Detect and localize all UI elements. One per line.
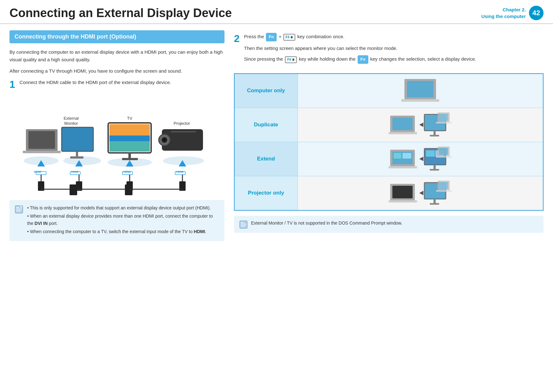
chapter-sub: Using the computer — [481, 13, 526, 20]
mode-row-computer-only: Computer only — [234, 74, 543, 108]
extend-illustration — [301, 144, 540, 174]
mode-image-projector-only — [298, 176, 543, 210]
mode-row-duplicate: Duplicate — [234, 108, 543, 142]
svg-rect-48 — [125, 184, 132, 195]
chapter-label: Chapter 2. — [481, 6, 526, 13]
svg-rect-81 — [439, 148, 448, 155]
svg-rect-57 — [407, 81, 433, 97]
note-icon-right — [239, 220, 248, 229]
duplicate-illustration — [301, 110, 540, 140]
svg-rect-16 — [70, 156, 83, 159]
svg-rect-79 — [430, 169, 439, 171]
note-box-right: External Monitor / TV is not supported i… — [234, 216, 544, 233]
svg-rect-73 — [389, 166, 417, 168]
note-item-2: When an external display device provides… — [27, 213, 219, 227]
svg-text:TV: TV — [127, 116, 132, 121]
svg-rect-61 — [389, 132, 417, 134]
step2: 2 Press the Fn + F4 🖥 key combination on… — [234, 33, 544, 67]
diagram-area: HDMI External Monitor HDMI — [9, 94, 224, 196]
note-item-3: When connecting the computer to a TV, sw… — [27, 228, 219, 235]
section-heading: Connecting through the HDMI port (Option… — [9, 30, 224, 43]
intro-p1: By connecting the computer to an externa… — [9, 48, 224, 63]
svg-rect-65 — [430, 135, 439, 136]
svg-text:HDMI: HDMI — [176, 170, 183, 173]
svg-text:External: External — [64, 116, 79, 121]
fn-key-badge: Fn — [266, 33, 277, 41]
step2-p3-end: key changes the selection, select a disp… — [370, 56, 476, 62]
svg-marker-74 — [419, 157, 423, 161]
svg-rect-28 — [122, 158, 138, 160]
right-column: 2 Press the Fn + F4 🖥 key combination on… — [234, 30, 544, 241]
page-number: 42 — [529, 6, 544, 20]
duplicate-svg — [389, 110, 452, 140]
svg-marker-86 — [419, 191, 423, 195]
svg-rect-68 — [436, 122, 452, 124]
page-header: Connecting an External Display Device Ch… — [0, 0, 553, 24]
svg-rect-76 — [426, 150, 435, 157]
svg-rect-78 — [433, 165, 436, 169]
step2-plus: + — [279, 34, 281, 39]
svg-text:HDMI: HDMI — [34, 170, 41, 173]
svg-text:HDMI: HDMI — [71, 170, 78, 173]
svg-marker-62 — [419, 123, 423, 127]
svg-rect-60 — [392, 118, 413, 130]
chapter-info: Chapter 2. Using the computer — [481, 6, 526, 20]
step2-text-block: Press the Fn + F4 🖥 key combination once… — [244, 33, 476, 67]
mode-label-projector-only: Projector only — [234, 176, 298, 210]
step2-p2: Then the setting screen appears where yo… — [244, 45, 476, 52]
svg-rect-27 — [128, 153, 131, 159]
computer-only-illustration — [301, 76, 540, 106]
notes-content-left: This is only supported for models that s… — [27, 204, 219, 237]
svg-rect-93 — [240, 221, 247, 228]
svg-rect-5 — [28, 131, 55, 149]
mode-row-projector-only: Projector only — [234, 176, 543, 210]
svg-rect-71 — [394, 153, 401, 159]
notes-box-left: This is only supported for models that s… — [9, 200, 224, 241]
f4-key-badge-2: F4 🖥 — [285, 56, 297, 63]
svg-text:Monitor: Monitor — [64, 121, 78, 126]
step2-p3-mid: key while holding down the — [299, 56, 355, 62]
svg-rect-72 — [402, 153, 411, 159]
step2-press-text: Press the — [244, 34, 264, 39]
mode-image-duplicate — [298, 108, 543, 142]
projector-only-illustration — [301, 178, 540, 208]
svg-point-38 — [163, 139, 166, 141]
mode-image-computer-only — [298, 74, 543, 108]
step1: 1 Connect the HDMI cable to the HDMI por… — [9, 79, 224, 89]
step2-end-text: key combination once. — [297, 34, 344, 39]
f4-key-badge: F4 🖥 — [283, 34, 295, 41]
step2-number: 2 — [234, 33, 240, 67]
svg-text:HDMI: HDMI — [123, 170, 131, 173]
computer-only-svg — [398, 76, 442, 106]
svg-rect-58 — [401, 99, 439, 102]
svg-rect-14 — [62, 127, 93, 151]
step2-p3-start: Since pressing the — [244, 56, 283, 62]
left-column: Connecting through the HDMI port (Option… — [9, 30, 224, 241]
svg-rect-82 — [436, 156, 452, 158]
svg-rect-91 — [439, 182, 448, 189]
svg-rect-6 — [23, 151, 61, 153]
svg-rect-15 — [76, 151, 78, 157]
mode-row-extend: Extend — [234, 142, 543, 176]
svg-rect-64 — [433, 131, 436, 135]
svg-rect-26 — [109, 141, 150, 152]
note-content-right: External Monitor / TV is not supported i… — [251, 220, 402, 226]
modes-table: Computer only — [234, 73, 544, 211]
mode-label-duplicate: Duplicate — [234, 108, 298, 142]
svg-rect-84 — [392, 186, 413, 198]
main-content: Connecting through the HDMI port (Option… — [0, 24, 553, 247]
step2-line1: Press the Fn + F4 🖥 key combination once… — [244, 33, 476, 41]
svg-rect-88 — [433, 199, 436, 203]
mode-image-extend — [298, 142, 543, 176]
note-right-text: External Monitor / TV is not supported i… — [251, 220, 402, 226]
page-title: Connecting an External Display Device — [9, 6, 232, 20]
step2-p3: Since pressing the F4 🖥 key while holdin… — [244, 55, 476, 64]
hdmi-diagram-svg: HDMI External Monitor HDMI — [16, 94, 218, 196]
mode-label-computer-only: Computer only — [234, 74, 298, 108]
fn-key-badge-2: Fn — [358, 55, 368, 64]
header-right: Chapter 2. Using the computer 42 — [481, 6, 544, 20]
step2-area: 2 Press the Fn + F4 🖥 key combination on… — [234, 33, 544, 67]
svg-rect-85 — [389, 200, 417, 202]
svg-rect-67 — [439, 114, 448, 121]
svg-rect-92 — [436, 190, 452, 192]
